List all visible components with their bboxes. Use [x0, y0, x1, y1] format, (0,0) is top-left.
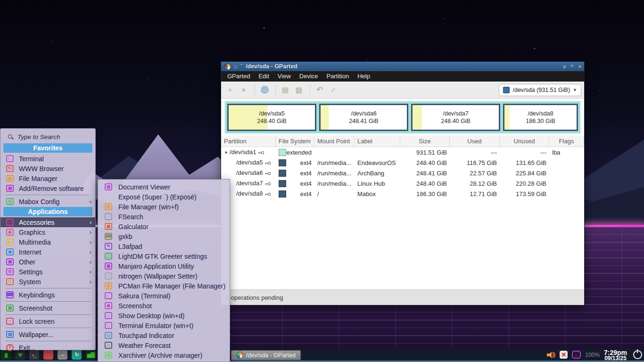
menu-item[interactable]: ◉ Internet ›	[0, 247, 95, 257]
table-row[interactable]: ▼/dev/sda1 extended 931.51 GiB --- --- l…	[221, 147, 584, 157]
submenu-item[interactable]: ▥ PCMan File Manager (File Manager)	[98, 281, 230, 291]
menubar-item[interactable]: Partition	[322, 71, 354, 82]
menu-item[interactable]: ▣ Other ›	[0, 257, 95, 267]
submenu-item-label: FSearch	[118, 213, 226, 221]
paste-partition-icon[interactable]: ▥	[293, 84, 305, 96]
menu-item[interactable]: ▨ Wallpaper... ›	[0, 329, 95, 339]
window-close-button[interactable]: ×	[578, 62, 581, 71]
partition-block[interactable]: /dev/sda8 186.30 GiB	[503, 104, 578, 131]
resize-move-icon[interactable]: →	[258, 84, 271, 96]
menu-item[interactable]: ⚙ Settings ›	[0, 267, 95, 277]
submenu-item[interactable]: ▭ Touchpad Indicator	[98, 330, 230, 340]
submenu-item[interactable]: ⌨ gxkb	[98, 231, 230, 241]
updates-tray-icon[interactable]: ✕	[560, 351, 568, 359]
partition-block[interactable]: /dev/sda5 248.40 GiB	[227, 104, 316, 131]
menubar-item[interactable]: View	[273, 71, 295, 82]
nitrogen-icon: ☼	[105, 272, 112, 280]
system-icon: ∷	[6, 278, 14, 285]
column-header[interactable]: File System	[276, 136, 314, 147]
menubar-item[interactable]: Help	[353, 71, 374, 82]
submenu-item[interactable]: ›_ Sakura (Terminal)	[98, 291, 230, 301]
submenu-item-label: Exposé (Super `) (Exposé)	[118, 193, 226, 201]
gparted-titlebar[interactable]: :: ‾ /dev/sda - GParted v ^ ×	[221, 62, 584, 71]
submenu-item[interactable]: ▢ LightDM GTK Greeter settings	[98, 251, 230, 261]
column-header[interactable]: Label	[355, 136, 400, 147]
taskbar-task-gparted[interactable]: /dev/sda - GParted	[231, 350, 301, 360]
menubar-item[interactable]: Edit	[254, 71, 273, 82]
menubar-item[interactable]: GParted	[223, 71, 254, 82]
submenu-item[interactable]: ✎ L3afpad	[98, 241, 230, 251]
table-row[interactable]: /dev/sda7 ext4 /run/media... Linux Hub 2…	[221, 178, 584, 189]
column-header[interactable]: Used	[450, 136, 500, 147]
submenu-item[interactable]: ◌ FSearch	[98, 212, 230, 222]
menu-item[interactable]: ▣ Add/Remove software ›	[0, 183, 95, 193]
menu-item-label: File Manager	[19, 175, 84, 182]
menu-search[interactable]: Type to Search	[0, 131, 95, 143]
window-iconify-button[interactable]: v	[563, 62, 566, 71]
menu-item[interactable]: ↻ WWW Browser ›	[0, 164, 95, 173]
menu-item[interactable]: ▦ Screenshot ›	[0, 303, 95, 313]
touchpad-tray-icon[interactable]: ‥	[572, 351, 581, 359]
clock[interactable]: 7:29pm 09/13/25	[604, 350, 627, 361]
cell-size: 248.40 GiB	[400, 180, 450, 187]
menu-item-label: Exit...	[19, 344, 84, 352]
table-row[interactable]: /dev/sda6 ext4 /run/media... ArchBang 24…	[221, 168, 584, 178]
column-header[interactable]: Partition	[221, 136, 276, 147]
copy-partition-icon[interactable]: ▤	[279, 84, 291, 96]
menu-item[interactable]: ◉ Graphics ›	[0, 227, 95, 237]
menu-item[interactable]: ||| Mabox Config ›	[0, 197, 95, 206]
menubar-item[interactable]: Device	[295, 71, 322, 82]
clock-time: 7:29pm	[604, 350, 627, 355]
window-menu-icon[interactable]: ::	[234, 62, 237, 71]
submenu-item[interactable]: ☼ Weather Forecast	[98, 340, 230, 350]
menu-item[interactable]: ›_ Terminal ›	[0, 154, 95, 164]
device-selector[interactable]: /dev/sda (931.51 GiB) ▼	[499, 84, 581, 96]
table-row[interactable]: /dev/sda8 ext4 / Mabox 186.30 GiB 12.71 …	[221, 189, 584, 199]
expander-icon[interactable]: ▼	[224, 150, 230, 155]
menu-item[interactable]: ▥ File Manager ›	[0, 173, 95, 183]
column-header[interactable]: Flags	[549, 136, 584, 147]
column-header[interactable]: Size	[400, 136, 450, 147]
window-maximize-button[interactable]: ^	[570, 62, 573, 71]
partition-block[interactable]: /dev/sda6 248.41 GiB	[319, 104, 408, 131]
submenu-item[interactable]: ▣ Manjaro Application Utility	[98, 261, 230, 271]
column-header[interactable]: Unused	[500, 136, 549, 147]
cell-label: Linux Hub	[355, 180, 400, 187]
menu-item[interactable]: ∷ Accessories ›	[0, 217, 95, 227]
menu-item[interactable]: ∩ Lock screen ›	[0, 316, 95, 326]
submenu-item[interactable]: ▤ Document Viewer	[98, 182, 230, 192]
menu-item[interactable]: ⌨ Keybindings ›	[0, 290, 95, 300]
submenu-item[interactable]: Exposé (Super `) (Exposé)	[98, 192, 230, 202]
weather-forecast-icon: ☼	[105, 342, 112, 349]
apply-icon[interactable]: ✓	[327, 84, 339, 96]
submenu-item[interactable]: ›_ Terminal Emulator (win+t)	[98, 321, 230, 330]
undo-icon[interactable]: ↶	[314, 84, 326, 96]
cell-unused: 173.59 GiB	[500, 190, 549, 197]
volume-icon[interactable]: )))	[547, 351, 555, 359]
cell-filesystem: ext4	[276, 178, 314, 189]
multimedia-icon: ▶	[6, 239, 14, 246]
submenu-item-label: Screenshot	[118, 302, 226, 310]
column-header[interactable]: Mount Point	[314, 136, 355, 147]
submenu-item[interactable]: ▣ Xarchiver (Archive manager)	[98, 350, 230, 360]
document-viewer-icon: ▤	[105, 183, 112, 190]
delete-partition-icon[interactable]: ×	[238, 84, 250, 96]
submenu-item[interactable]: ☼ nitrogen (Wallpaper Setter)	[98, 271, 230, 281]
menu-item[interactable]: Exit... ›	[0, 343, 95, 353]
submenu-item[interactable]: ◉ Screenshot	[98, 301, 230, 311]
new-partition-icon[interactable]: +	[224, 84, 236, 96]
cell-label: EndeavourOS	[355, 159, 400, 166]
menu-item[interactable]: ∷ System ›	[0, 277, 95, 287]
submenu-item[interactable]: ▥ File Manager (win+f)	[98, 202, 230, 212]
chevron-right-icon: ›	[90, 279, 91, 285]
table-row[interactable]: /dev/sda5 ext4 /run/media... EndeavourOS…	[221, 157, 584, 168]
menu-item-label: Internet	[19, 248, 84, 256]
chevron-right-icon: ›	[90, 259, 91, 265]
menu-item[interactable]: ▶ Multimedia ›	[0, 237, 95, 247]
shutdown-button[interactable]	[633, 350, 642, 359]
partition-block[interactable]: /dev/sda7 248.40 GiB	[411, 104, 500, 131]
submenu-item[interactable]: ⌂ Show Desktop (win+d)	[98, 311, 230, 321]
window-shade-icon[interactable]: ‾	[240, 62, 242, 71]
mabox-config-icon: |||	[6, 198, 14, 205]
submenu-item[interactable]: ▦ Galculator	[98, 222, 230, 231]
